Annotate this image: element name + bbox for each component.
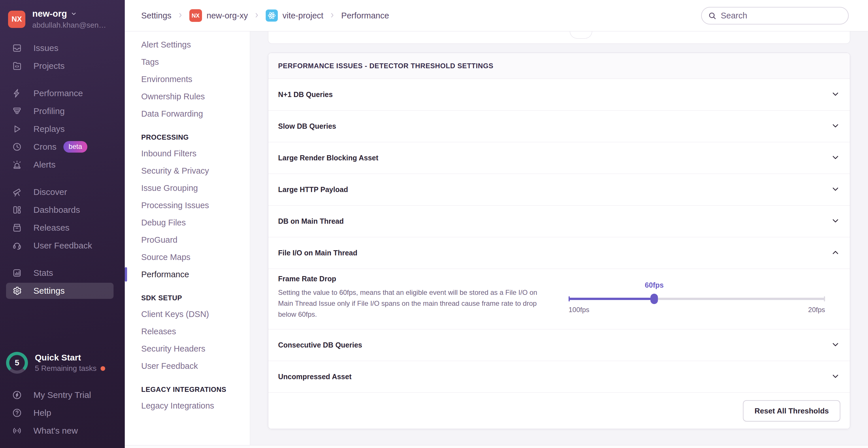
subnav-item-releases[interactable]: Releases [125,323,250,340]
panel-footer: Reset All Thresholds [268,393,850,429]
quickstart-subtitle: 5 Remaining tasks [35,364,97,373]
subnav-item-user-feedback[interactable]: User Feedback [125,357,250,375]
sidebar-item-performance[interactable]: Performance [0,84,125,102]
subnav-item-security-privacy[interactable]: Security & Privacy [125,162,250,179]
subnav-item-inbound-filters[interactable]: Inbound Filters [125,145,250,162]
sidebar-item-replays[interactable]: Replays [0,120,125,138]
accordion-row-large-render-blocking-asset[interactable]: Large Render Blocking Asset [268,142,850,174]
breadcrumb-project[interactable]: vite-project [266,9,323,22]
panel-title: PERFORMANCE ISSUES - DETECTOR THRESHOLD … [268,53,850,79]
breadcrumb-performance[interactable]: Performance [341,11,389,21]
slider-max-label: 20fps [808,306,825,314]
next-section-edge [125,445,868,448]
partially-scrolled-card [268,31,850,44]
quickstart-count: 5 [9,355,25,371]
subnav-item-proguard[interactable]: ProGuard [125,231,250,248]
sidebar-item-releases[interactable]: Releases [0,219,125,237]
chevron-right-icon [177,11,184,21]
subnav-item-alert-settings[interactable]: Alert Settings [125,36,250,53]
detector-threshold-panel: PERFORMANCE ISSUES - DETECTOR THRESHOLD … [268,53,850,429]
org-avatar: NX [8,11,25,28]
sidebar-item-settings[interactable]: Settings [0,282,125,300]
chevron-down-icon[interactable] [831,340,840,350]
subnav-item-ownership-rules[interactable]: Ownership Rules [125,88,250,105]
search-input[interactable] [721,11,836,21]
slider-track[interactable] [568,298,825,300]
subnav-item-legacy-integrations[interactable]: Legacy Integrations [125,397,250,414]
chevron-down-icon[interactable] [831,184,840,195]
breadcrumb: Settings NX new-org-xy vite-project Perf… [125,9,389,22]
subnav-header-sdk-setup: SDK SETUP [125,290,250,306]
sidebar-item-stats[interactable]: Stats [0,264,125,282]
archive-box-icon [12,223,22,233]
sidebar-item-profiling[interactable]: Profiling [0,102,125,120]
accordion-row-n-plus-one-db-queries[interactable]: N+1 DB Queries [268,79,850,110]
sidebar-item-help[interactable]: Help [0,404,125,422]
settings-subnav: Alert Settings Tags Environments Ownersh… [125,31,250,448]
chevron-down-icon[interactable] [831,153,840,163]
breadcrumb-settings[interactable]: Settings [141,11,172,21]
sidebar-item-my-sentry-trial[interactable]: My Sentry Trial [0,386,125,404]
sidebar-item-dashboards[interactable]: Dashboards [0,201,125,219]
subnav-item-data-forwarding[interactable]: Data Forwarding [125,105,250,123]
accordion-row-large-http-payload[interactable]: Large HTTP Payload [268,174,850,206]
beta-badge: beta [63,141,87,152]
frame-rate-slider: 60fps 100fps 20fps [568,269,825,330]
lightning-icon [12,89,22,98]
sidebar-item-whats-new[interactable]: What's new [0,422,125,440]
subnav-item-client-keys[interactable]: Client Keys (DSN) [125,306,250,323]
subnav-item-environments[interactable]: Environments [125,71,250,88]
frame-rate-slider-thumb[interactable] [650,294,658,304]
chevron-right-icon [329,11,336,21]
subnav-item-security-headers[interactable]: Security Headers [125,340,250,357]
sidebar-item-issues[interactable]: Issues [0,39,125,57]
subnav-item-performance[interactable]: Performance [125,266,250,283]
subnav-item-debug-files[interactable]: Debug Files [125,214,250,231]
chevron-down-icon[interactable] [831,121,840,132]
sidebar-item-user-feedback[interactable]: User Feedback [0,237,125,254]
search-box[interactable] [701,7,849,25]
topbar: Settings NX new-org-xy vite-project Perf… [125,0,868,31]
subnav-item-source-maps[interactable]: Source Maps [125,248,250,266]
bolt-circle-icon [12,390,22,400]
dashboard-grid-icon [12,205,22,215]
quickstart-widget[interactable]: 5 Quick Start 5 Remaining tasks [6,352,105,374]
sidebar-item-discover[interactable]: Discover [0,183,125,201]
sidebar-item-crons[interactable]: Crons beta [0,138,125,156]
main-content: PERFORMANCE ISSUES - DETECTOR THRESHOLD … [250,31,868,448]
org-badge: NX [189,9,202,22]
subnav-item-issue-grouping[interactable]: Issue Grouping [125,179,250,197]
chevron-up-icon[interactable] [831,248,840,258]
chevron-down-icon[interactable] [831,372,840,382]
reset-all-thresholds-button[interactable]: Reset All Thresholds [743,400,840,421]
quickstart-title: Quick Start [35,353,105,363]
subnav-item-processing-issues[interactable]: Processing Issues [125,197,250,214]
play-icon [12,124,22,134]
accordion-row-file-io-on-main-thread[interactable]: File I/O on Main Thread [268,237,850,269]
app-sidebar: NX new-org abdullah.khan@sen… Issues Pro… [0,0,125,448]
org-name: new-org [32,9,67,19]
active-nav-indicator [125,267,127,282]
frame-rate-slider-fill [568,298,654,300]
accordion-row-slow-db-queries[interactable]: Slow DB Queries [268,110,850,142]
frame-rate-drop-description: Setting the value to 60fps, means that a… [278,287,546,320]
broadcast-icon [12,426,22,436]
frame-rate-drop-section: Frame Rate Drop Setting the value to 60f… [268,269,850,330]
sidebar-item-projects[interactable]: Projects [0,57,125,75]
subnav-item-tags[interactable]: Tags [125,53,250,71]
bar-chart-icon [12,268,22,278]
org-switcher[interactable]: NX new-org abdullah.khan@sen… [0,0,125,30]
sidebar-item-alerts[interactable]: Alerts [0,156,125,174]
accordion-row-db-on-main-thread[interactable]: DB on Main Thread [268,206,850,237]
frame-rate-drop-title: Frame Rate Drop [278,275,546,283]
chevron-down-icon[interactable] [831,90,840,100]
breadcrumb-organization[interactable]: NX new-org-xy [189,9,248,22]
accordion-row-consecutive-db-queries[interactable]: Consecutive DB Queries [268,330,850,361]
folder-code-icon [12,61,22,71]
accordion-row-uncompressed-asset[interactable]: Uncompressed Asset [268,361,850,393]
slider-min-label: 100fps [568,306,589,314]
chevron-right-icon [254,11,260,21]
sentry-settings-page: NX new-org abdullah.khan@sen… Issues Pro… [0,0,868,448]
telescope-icon [12,187,22,197]
chevron-down-icon[interactable] [831,216,840,227]
